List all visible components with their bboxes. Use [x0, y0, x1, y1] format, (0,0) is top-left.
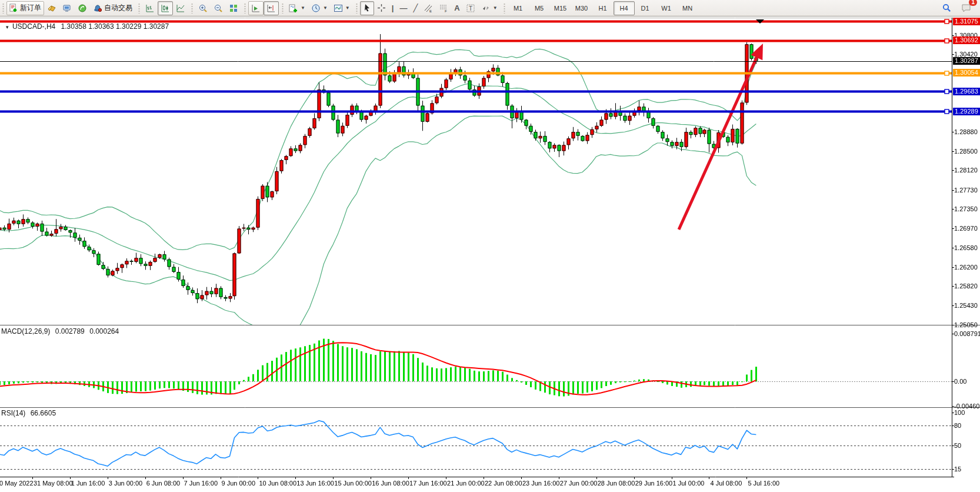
time-axis-label: 3 Jun 00:00 [109, 480, 143, 487]
new-order-button[interactable]: 新订单 [6, 1, 44, 15]
cursor-icon [363, 4, 371, 12]
search-button[interactable] [939, 1, 955, 15]
auto-scroll-button[interactable] [248, 1, 264, 15]
timeframe-button-m15[interactable]: M15 [550, 1, 571, 15]
time-axis-label: 30 May 2022 [0, 480, 34, 487]
horizontal-line-tool-button[interactable]: — [396, 1, 410, 15]
chart-canvas[interactable] [0, 0, 980, 492]
arrows-shapes-icon [481, 4, 491, 13]
time-axis-label: 1 Jul 00:00 [673, 480, 705, 487]
arrows-caret-icon: ▼ [493, 5, 498, 11]
text-label-icon: T [466, 4, 475, 13]
tile-windows-icon [229, 4, 238, 13]
templates-icon [334, 4, 343, 13]
timeframe-button-d1[interactable]: D1 [635, 1, 656, 15]
signals-icon [78, 4, 87, 13]
time-axis-label: 17 Jun 16:00 [409, 480, 447, 487]
zoom-out-button[interactable] [211, 1, 226, 15]
notification-badge: 1 [969, 0, 977, 6]
new-order-icon [9, 4, 18, 12]
price-line-label: 1.29683 [953, 88, 980, 95]
time-axis-label: 23 Jun 16:00 [522, 480, 560, 487]
terminal-icon [62, 4, 72, 13]
mt4-terminal-window: { "toolbar": { "new_order_label": "新订单",… [0, 0, 980, 492]
fibonacci-tool-button[interactable]: F [436, 1, 451, 15]
trendline-tool-button[interactable]: ╱ [410, 1, 421, 15]
macd-axis-label: 0.008791 [954, 330, 980, 337]
zoom-in-button[interactable] [195, 1, 211, 15]
price-line-label: 1.29289 [953, 108, 980, 115]
rsi-axis-label: 80 [954, 422, 961, 429]
price-axis-tick: 1.25430 [954, 302, 978, 309]
scroll-group [243, 1, 280, 16]
price-axis-tick: 1.25050 [954, 321, 978, 328]
zoom-group [190, 1, 242, 16]
price-line-label: 1.31075 [953, 18, 980, 25]
rsi-value: 66.6605 [31, 409, 56, 417]
chart-shift-button[interactable] [264, 1, 279, 15]
timeframe-button-m30[interactable]: M30 [571, 1, 592, 15]
toolbar-right: 1 [939, 1, 979, 15]
line-chart-button[interactable] [173, 1, 188, 15]
channel-tool-button[interactable]: E [421, 1, 436, 15]
chart-symbol-period: USDCAD-,H4 [12, 22, 55, 31]
svg-text:T: T [469, 5, 472, 12]
bar-chart-icon [145, 4, 155, 13]
market-watch-button[interactable] [44, 1, 59, 15]
vertical-line-tool-button[interactable]: | [389, 1, 397, 15]
price-axis-tick: 1.26580 [954, 244, 978, 251]
cursor-tool-button[interactable] [360, 1, 374, 15]
time-axis-label: 28 Jun 08:00 [598, 480, 635, 487]
notifications-button[interactable]: 1 [958, 1, 974, 15]
price-axis-tick: 1.26970 [954, 225, 978, 232]
signals-button[interactable] [75, 1, 90, 15]
zoom-out-icon [214, 4, 223, 13]
order-group: 新订单 自动交易 [1, 1, 136, 16]
macd-signal-value: 0.000264 [89, 327, 119, 335]
macd-indicator-label: MACD(12,26,9) 0.002789 0.000264 [1, 327, 119, 335]
macd-main-value: 0.002789 [55, 327, 85, 335]
timeframe-button-h4[interactable]: H4 [614, 1, 635, 15]
time-axis-label: 6 Jun 08:00 [146, 480, 181, 487]
horizontal-line-icon: — [399, 4, 407, 12]
timeframe-button-mn[interactable]: MN [677, 1, 698, 15]
timeframe-button-m5[interactable]: M5 [529, 1, 550, 15]
rsi-name: RSI(14) [1, 409, 25, 417]
text-label-tool-button[interactable]: T [463, 1, 478, 15]
tile-windows-button[interactable] [226, 1, 241, 15]
time-axis-label: 27 Jun 00:00 [560, 480, 598, 487]
main-toolbar: 新订单 自动交易 [0, 0, 980, 16]
timeframe-button-m1[interactable]: M1 [508, 1, 529, 15]
auto-scroll-icon [251, 4, 261, 13]
periods-button[interactable]: ▼ [308, 1, 331, 15]
fibonacci-icon: F [439, 4, 448, 13]
candlestick-chart-icon [161, 4, 170, 13]
time-axis-label: 22 Jun 08:00 [485, 480, 522, 487]
line-chart-icon [176, 4, 185, 13]
timeframe-button-w1[interactable]: W1 [656, 1, 677, 15]
macd-axis-label: 0.00 [954, 378, 966, 385]
title-marker-icon: ▾ [6, 24, 9, 30]
time-axis-label: 5 Jul 16:00 [748, 480, 779, 487]
price-axis-tick: 1.27730 [954, 187, 978, 194]
templates-button[interactable]: ▼ [331, 1, 353, 15]
price-axis-tick: 1.27350 [954, 205, 978, 212]
price-axis-tick: 1.28500 [954, 148, 978, 155]
drawing-tools-group: | — ╱ E F A T ▼ [355, 1, 502, 16]
search-icon [942, 3, 952, 13]
time-axis-label: 13 Jun 16:00 [296, 480, 334, 487]
indicators-icon [289, 4, 298, 13]
price-line-label: 1.30054 [953, 69, 980, 77]
time-axis-label: 1 Jun 16:00 [71, 480, 105, 487]
bar-chart-button[interactable] [142, 1, 158, 15]
indicators-button[interactable]: ▼ [286, 1, 308, 15]
timeframe-button-h1[interactable]: H1 [592, 1, 614, 15]
arrows-tool-button[interactable]: ▼ [478, 1, 501, 15]
crosshair-tool-button[interactable] [374, 1, 389, 15]
timeframe-group: M1M5M15M30H1H4D1W1MN [502, 1, 699, 16]
terminal-button[interactable] [59, 1, 75, 15]
auto-trading-button[interactable]: 自动交易 [90, 1, 135, 15]
text-tool-button[interactable]: A [451, 1, 462, 15]
equidistant-channel-icon: E [424, 4, 433, 13]
candlestick-chart-button[interactable] [158, 1, 173, 15]
